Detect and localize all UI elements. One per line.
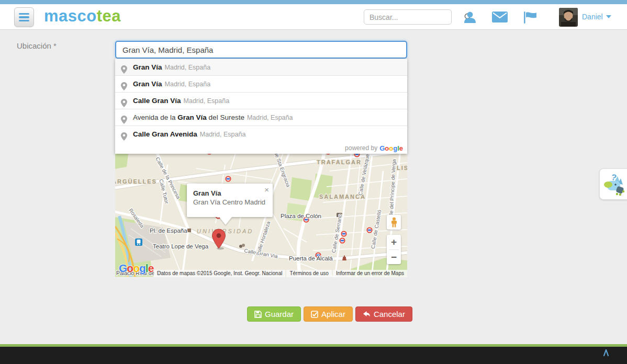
autocomplete-item[interactable]: Gran VíaMadrid, España xyxy=(115,76,407,93)
map-data-credit: Datos de mapas ©2015 Google, Inst. Geogr… xyxy=(154,270,285,277)
info-window-title: Gran Vía xyxy=(193,189,266,197)
search-box xyxy=(364,9,452,25)
plaza-espana-icon xyxy=(187,229,191,232)
terms-link[interactable]: Términos de uso xyxy=(286,270,331,277)
search-input[interactable] xyxy=(364,13,464,21)
google-logo: Google xyxy=(379,144,403,152)
map-pin-icon xyxy=(121,130,127,142)
place-label: Puerta de Alcalá xyxy=(289,255,333,261)
save-icon xyxy=(254,311,262,318)
map-pin-icon xyxy=(121,80,127,93)
top-accent-strip xyxy=(0,0,627,4)
header: mascotea Daniel xyxy=(0,4,627,30)
autocomplete-item[interactable]: Gran VíaMadrid, España xyxy=(115,59,407,76)
flag-icon[interactable] xyxy=(523,12,537,26)
pegman-control[interactable] xyxy=(387,215,401,230)
autocomplete-item[interactable]: Calle Gran AvenidaMadrid, España xyxy=(115,126,407,142)
report-error-link[interactable]: Informar de un error de Maps xyxy=(333,270,407,277)
user-menu[interactable]: Daniel xyxy=(582,13,611,21)
scroll-to-top-button[interactable] xyxy=(601,348,611,360)
back-arrow-icon xyxy=(363,311,371,318)
district-label: LISTA xyxy=(397,165,407,171)
user-icon[interactable] xyxy=(463,12,477,25)
places-autocomplete-dropdown: Gran VíaMadrid, España Gran VíaMadrid, E… xyxy=(115,59,407,154)
cancel-button[interactable]: Cancelar xyxy=(355,306,412,322)
hamburger-menu-button[interactable] xyxy=(14,7,34,27)
mascot-help-icon: ? xyxy=(603,172,625,196)
zoom-in-button[interactable]: + xyxy=(387,235,401,249)
logo[interactable]: mascotea xyxy=(44,7,121,26)
map-info-window: Gran Vía Gran Vía Centro Madrid × xyxy=(187,184,273,217)
check-square-icon xyxy=(311,311,318,318)
zoom-out-button[interactable]: − xyxy=(387,250,401,265)
map-attribution: Datos de mapas ©2015 Google, Inst. Geogr… xyxy=(154,270,407,277)
form-actions: Guardar Aplicar Cancelar xyxy=(247,306,412,322)
hamburger-icon xyxy=(19,13,29,15)
logo-part1: masco xyxy=(44,7,97,25)
place-label: Plaza de Colón xyxy=(281,213,321,219)
district-label: ARGÜELLES xyxy=(115,178,157,185)
info-window-subtitle: Gran Vía Centro Madrid xyxy=(193,198,266,206)
autocomplete-item[interactable]: Avenida de la Gran Vía del SuresteMadrid… xyxy=(115,109,407,126)
map-pin-icon xyxy=(121,113,127,126)
autocomplete-item[interactable]: Calle Gran VíaMadrid, España xyxy=(115,93,407,109)
page: mascotea Daniel Ubicación * G xyxy=(0,0,627,364)
apply-button[interactable]: Aplicar xyxy=(304,306,353,322)
close-icon[interactable]: × xyxy=(264,186,269,194)
district-label: TRAFALGAR xyxy=(317,159,362,165)
mail-icon[interactable] xyxy=(492,12,508,25)
zoom-control: + − xyxy=(387,235,401,264)
chevron-down-icon xyxy=(606,15,611,18)
map-pin-icon xyxy=(121,63,127,76)
google-map-logo[interactable]: Google xyxy=(119,262,153,275)
logo-part2: tea xyxy=(97,7,121,25)
chevron-up-icon xyxy=(601,348,611,358)
location-field-label: Ubicación * xyxy=(17,41,57,50)
avatar[interactable] xyxy=(559,8,578,27)
google-map[interactable]: TRAFALGAR ARGÜELLES SALAMANCA LISTA UNIV… xyxy=(115,150,407,277)
help-widget[interactable]: ? xyxy=(599,168,627,200)
info-window-tail xyxy=(219,217,232,225)
save-button[interactable]: Guardar xyxy=(247,306,301,322)
place-label: Pl. de España xyxy=(150,228,187,234)
train-station-icon xyxy=(135,238,142,246)
place-label: Teatro Lope de Vega xyxy=(153,243,209,249)
location-input[interactable] xyxy=(115,41,407,59)
powered-by-google: powered by Google xyxy=(115,142,407,154)
user-name: Daniel xyxy=(582,13,603,21)
footer xyxy=(0,347,627,364)
map-pin-icon xyxy=(121,97,127,109)
